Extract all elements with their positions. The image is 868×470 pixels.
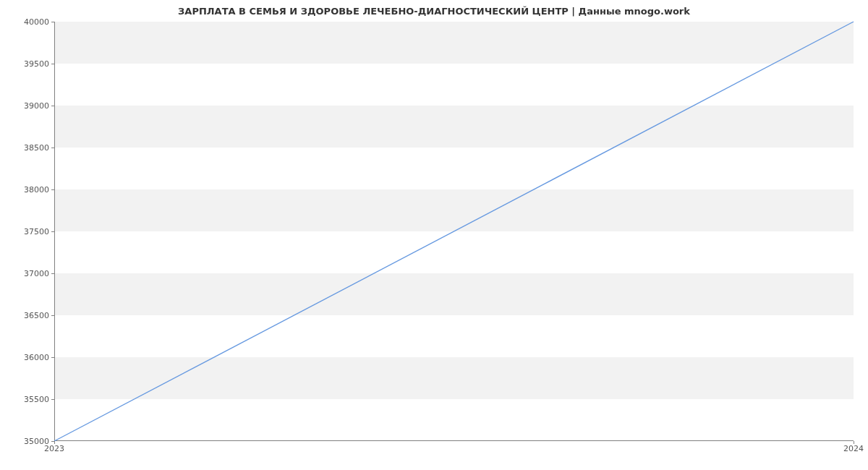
y-tick-label: 35000 [6,437,49,446]
x-tick-mark [854,441,854,444]
y-tick-mark [51,357,54,358]
y-tick-mark [51,189,54,190]
y-tick-label: 38000 [6,185,49,195]
y-tick-label: 37500 [6,227,49,236]
y-tick-mark [51,315,54,316]
line-layer [54,22,854,441]
y-tick-label: 36000 [6,353,49,362]
y-tick-mark [51,64,54,64]
plot-area [54,22,854,441]
chart-title: ЗАРПЛАТА В СЕМЬЯ И ЗДОРОВЬЕ ЛЕЧЕБНО-ДИАГ… [0,6,868,17]
y-tick-label: 39000 [6,101,49,111]
y-tick-mark [51,231,54,232]
y-tick-label: 37000 [6,269,49,278]
y-tick-mark [51,273,54,274]
chart-container: ЗАРПЛАТА В СЕМЬЯ И ЗДОРОВЬЕ ЛЕЧЕБНО-ДИАГ… [0,0,868,470]
y-tick-label: 39500 [6,59,49,69]
x-tick-label: 2023 [44,444,64,453]
data-line [54,22,854,441]
y-tick-label: 40000 [6,17,49,27]
x-tick-mark [54,441,55,444]
y-tick-label: 35500 [6,395,49,404]
y-tick-mark [51,22,54,22]
y-tick-mark [51,106,54,106]
x-tick-label: 2024 [843,444,864,453]
y-tick-label: 36500 [6,311,49,320]
y-tick-label: 38500 [6,143,49,153]
y-tick-mark [51,399,54,400]
y-tick-mark [51,148,54,148]
